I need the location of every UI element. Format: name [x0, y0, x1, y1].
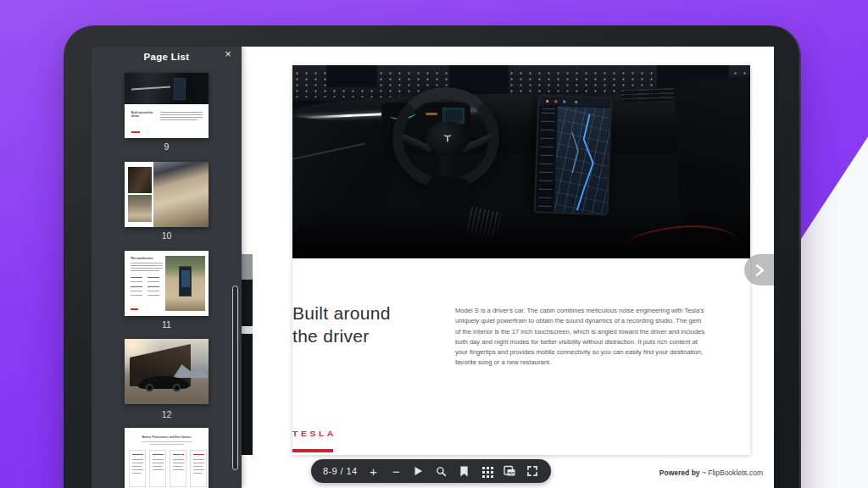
- building-silhouette: [326, 65, 377, 87]
- thumbnail-page-11[interactable]: The touchscreen: [125, 251, 209, 316]
- powered-by-label: Powered by: [659, 469, 700, 477]
- thumb-title: The touchscreen: [131, 257, 164, 260]
- svg-text:PDF: PDF: [508, 472, 515, 475]
- thumb-image: [165, 256, 205, 311]
- thumbnail-page-13[interactable]: Battery, Performance, and Drive Options: [125, 428, 209, 488]
- thumb-page-number: 11: [125, 319, 209, 330]
- touchscreen: [534, 95, 613, 216]
- statusbar-icons: [546, 100, 548, 103]
- flipbooklets-link[interactable]: ~ FlipBooklets.com: [702, 469, 763, 477]
- tesla-wheel-logo: [426, 121, 470, 155]
- next-page-button[interactable]: [744, 254, 774, 286]
- thumb-page-number: 10: [125, 230, 209, 241]
- bookmark-icon: [459, 466, 469, 477]
- book-page-9: Built aroundthe driver Model S is a driv…: [292, 65, 750, 455]
- thumb-chrome-line: [131, 86, 170, 90]
- flipbook-viewer: Built aroundthe driver Model S is a driv…: [92, 47, 774, 488]
- thumb-image: [128, 167, 152, 193]
- download-pdf-button[interactable]: PDF: [503, 463, 516, 479]
- thumb-title: Built around the driver: [131, 111, 155, 118]
- thumb-logo: [131, 308, 138, 310]
- thumb-image: [153, 162, 209, 227]
- bookmark-button[interactable]: [458, 463, 471, 479]
- zoom-in-button[interactable]: +: [366, 463, 380, 479]
- fullscreen-icon: [527, 466, 537, 476]
- pdf-icon: PDF: [504, 465, 516, 477]
- thumb-title: Battery, Performance, and Drive Options: [125, 435, 209, 438]
- tesla-t-icon: [442, 133, 453, 143]
- powered-by: Powered by ~ FlipBooklets.com: [659, 469, 763, 477]
- thumb-image: [128, 195, 152, 222]
- desktop-background: Built aroundthe driver Model S is a driv…: [0, 0, 868, 488]
- page-list-panel: Page List × Built around the driver 9: [92, 47, 242, 488]
- sidebar-scrollbar[interactable]: [232, 286, 238, 470]
- page-indicator: 8-9 / 14: [323, 466, 358, 476]
- thumbnail-page-12[interactable]: [125, 339, 209, 404]
- chevron-right-icon: [754, 263, 765, 277]
- search-icon: [436, 466, 447, 477]
- page-title: Built aroundthe driver: [292, 302, 449, 348]
- page-list-title: Page List: [92, 52, 242, 62]
- air-vents: [621, 88, 676, 103]
- thumb-image: [125, 73, 209, 104]
- door-trim-line: [292, 143, 365, 161]
- thumb-screen: [174, 78, 186, 100]
- autoplay-button[interactable]: [412, 463, 426, 479]
- tesla-wordmark: TESLA: [292, 428, 337, 437]
- fullscreen-button[interactable]: [526, 463, 539, 479]
- thumbnails-button[interactable]: [480, 463, 493, 479]
- page-body-text: Model S is a driver's car. The cabin com…: [455, 306, 707, 369]
- viewer-toolbar: 8-9 / 14 + − PDF: [311, 459, 551, 483]
- hero-image-car-interior: [292, 65, 750, 258]
- thumb-page-number: 9: [125, 141, 209, 152]
- close-icon[interactable]: ×: [221, 47, 235, 61]
- thumb-map: [181, 270, 190, 287]
- thumb-car: [138, 376, 189, 389]
- text-line: [160, 114, 203, 115]
- red-accent-bar: [292, 449, 333, 452]
- text-line: [160, 112, 203, 113]
- search-button[interactable]: [435, 463, 448, 479]
- wheel: [173, 384, 181, 391]
- thumb-screen: [179, 266, 192, 297]
- thumb-page-number: 12: [125, 409, 209, 419]
- grid-icon: [482, 467, 485, 469]
- touchscreen-menu: [536, 106, 558, 213]
- text-line: [160, 119, 198, 120]
- play-icon: [414, 466, 423, 476]
- floor-shadow: [292, 211, 750, 258]
- zoom-out-button[interactable]: −: [389, 463, 403, 479]
- text-line: [160, 117, 203, 118]
- left-page-edge: [242, 65, 253, 455]
- wheel: [146, 384, 153, 391]
- thumb-logo: [131, 131, 140, 133]
- thumbnail-page-10[interactable]: [125, 162, 209, 227]
- thumbnail-page-9[interactable]: Built around the driver: [125, 73, 209, 138]
